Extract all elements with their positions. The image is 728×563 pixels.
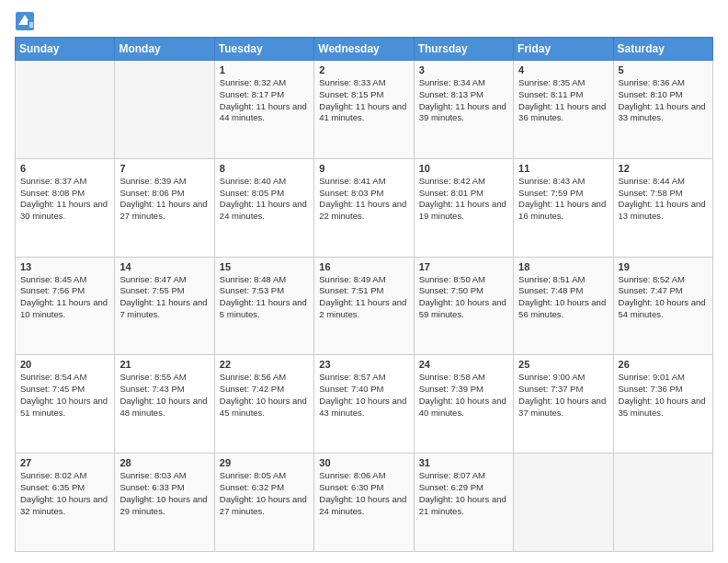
day-number: 9 [319,163,408,174]
weekday-header-friday: Friday [514,38,613,61]
calendar-cell: 5Sunrise: 8:36 AM Sunset: 8:10 PM Daylig… [613,61,712,159]
day-number: 31 [419,457,508,468]
calendar-cell: 16Sunrise: 8:49 AM Sunset: 7:51 PM Dayli… [314,257,414,355]
day-number: 23 [319,359,408,370]
day-number: 16 [319,261,408,272]
calendar-cell: 29Sunrise: 8:05 AM Sunset: 6:32 PM Dayli… [214,454,313,552]
day-number: 4 [518,64,608,75]
day-number: 11 [518,163,608,174]
day-number: 6 [20,163,109,174]
day-info: Sunrise: 8:58 AM Sunset: 7:39 PM Dayligh… [419,372,508,419]
day-number: 2 [319,64,408,75]
day-number: 13 [20,261,109,272]
day-info: Sunrise: 8:35 AM Sunset: 8:11 PM Dayligh… [518,77,608,124]
day-number: 10 [419,163,508,174]
day-info: Sunrise: 8:36 AM Sunset: 8:10 PM Dayligh… [619,77,708,124]
weekday-header-monday: Monday [115,38,214,61]
calendar-cell [613,454,712,552]
day-number: 29 [220,457,309,468]
day-info: Sunrise: 8:49 AM Sunset: 7:51 PM Dayligh… [319,274,408,321]
calendar-cell: 26Sunrise: 9:01 AM Sunset: 7:36 PM Dayli… [613,355,712,454]
page: SundayMondayTuesdayWednesdayThursdayFrid… [0,0,728,563]
day-number: 5 [619,64,708,75]
day-info: Sunrise: 8:41 AM Sunset: 8:03 PM Dayligh… [319,176,408,223]
calendar-table: SundayMondayTuesdayWednesdayThursdayFrid… [15,37,713,552]
calendar-cell: 21Sunrise: 8:55 AM Sunset: 7:43 PM Dayli… [115,355,214,454]
day-number: 12 [619,163,708,174]
day-number: 3 [419,64,508,75]
day-info: Sunrise: 8:02 AM Sunset: 6:35 PM Dayligh… [20,470,109,517]
day-number: 19 [619,261,708,272]
day-number: 24 [419,359,508,370]
calendar-cell: 17Sunrise: 8:50 AM Sunset: 7:50 PM Dayli… [414,257,513,355]
logo-icon [15,11,35,31]
day-info: Sunrise: 8:05 AM Sunset: 6:32 PM Dayligh… [220,470,309,517]
calendar-cell: 19Sunrise: 8:52 AM Sunset: 7:47 PM Dayli… [613,257,712,355]
calendar-cell: 30Sunrise: 8:06 AM Sunset: 6:30 PM Dayli… [314,454,414,552]
day-info: Sunrise: 8:44 AM Sunset: 7:58 PM Dayligh… [619,176,708,223]
day-number: 27 [20,457,109,468]
weekday-header-saturday: Saturday [613,38,712,61]
week-row-1: 1Sunrise: 8:32 AM Sunset: 8:17 PM Daylig… [16,61,713,159]
calendar-cell: 11Sunrise: 8:43 AM Sunset: 7:59 PM Dayli… [514,158,613,257]
calendar-cell: 20Sunrise: 8:54 AM Sunset: 7:45 PM Dayli… [16,355,115,454]
calendar-cell: 6Sunrise: 8:37 AM Sunset: 8:08 PM Daylig… [16,158,115,257]
day-number: 14 [119,261,209,272]
day-info: Sunrise: 8:34 AM Sunset: 8:13 PM Dayligh… [419,77,508,124]
calendar-cell: 8Sunrise: 8:40 AM Sunset: 8:05 PM Daylig… [214,158,313,257]
calendar-cell: 2Sunrise: 8:33 AM Sunset: 8:15 PM Daylig… [314,61,414,159]
calendar-cell [16,61,115,159]
calendar-header: SundayMondayTuesdayWednesdayThursdayFrid… [16,38,713,61]
weekday-row: SundayMondayTuesdayWednesdayThursdayFrid… [16,38,713,61]
calendar-cell: 24Sunrise: 8:58 AM Sunset: 7:39 PM Dayli… [414,355,513,454]
day-info: Sunrise: 8:37 AM Sunset: 8:08 PM Dayligh… [20,176,109,223]
calendar-cell: 18Sunrise: 8:51 AM Sunset: 7:48 PM Dayli… [514,257,613,355]
day-info: Sunrise: 8:47 AM Sunset: 7:55 PM Dayligh… [119,274,209,321]
calendar-cell: 31Sunrise: 8:07 AM Sunset: 6:29 PM Dayli… [414,454,513,552]
calendar-cell: 25Sunrise: 9:00 AM Sunset: 7:37 PM Dayli… [514,355,613,454]
calendar-cell: 22Sunrise: 8:56 AM Sunset: 7:42 PM Dayli… [214,355,313,454]
day-info: Sunrise: 8:50 AM Sunset: 7:50 PM Dayligh… [419,274,508,321]
logo [15,11,39,31]
day-info: Sunrise: 8:56 AM Sunset: 7:42 PM Dayligh… [220,372,309,419]
day-info: Sunrise: 8:55 AM Sunset: 7:43 PM Dayligh… [119,372,209,419]
week-row-2: 6Sunrise: 8:37 AM Sunset: 8:08 PM Daylig… [16,158,713,257]
weekday-header-thursday: Thursday [414,38,513,61]
day-info: Sunrise: 8:54 AM Sunset: 7:45 PM Dayligh… [20,372,109,419]
day-number: 21 [119,359,209,370]
calendar-cell: 23Sunrise: 8:57 AM Sunset: 7:40 PM Dayli… [314,355,414,454]
weekday-header-wednesday: Wednesday [314,38,414,61]
day-number: 25 [518,359,608,370]
calendar-cell [514,454,613,552]
day-number: 7 [119,163,209,174]
week-row-4: 20Sunrise: 8:54 AM Sunset: 7:45 PM Dayli… [16,355,713,454]
header [15,11,713,31]
day-number: 18 [518,261,608,272]
calendar-cell: 1Sunrise: 8:32 AM Sunset: 8:17 PM Daylig… [214,61,313,159]
calendar-cell: 28Sunrise: 8:03 AM Sunset: 6:33 PM Dayli… [115,454,214,552]
day-number: 8 [220,163,309,174]
day-number: 15 [220,261,309,272]
day-number: 20 [20,359,109,370]
day-info: Sunrise: 8:07 AM Sunset: 6:29 PM Dayligh… [419,470,508,517]
calendar-cell: 15Sunrise: 8:48 AM Sunset: 7:53 PM Dayli… [214,257,313,355]
calendar-cell: 10Sunrise: 8:42 AM Sunset: 8:01 PM Dayli… [414,158,513,257]
calendar-cell: 13Sunrise: 8:45 AM Sunset: 7:56 PM Dayli… [16,257,115,355]
day-info: Sunrise: 8:32 AM Sunset: 8:17 PM Dayligh… [220,77,309,124]
calendar-cell: 3Sunrise: 8:34 AM Sunset: 8:13 PM Daylig… [414,61,513,159]
day-number: 22 [220,359,309,370]
day-info: Sunrise: 8:06 AM Sunset: 6:30 PM Dayligh… [319,470,408,517]
day-info: Sunrise: 8:43 AM Sunset: 7:59 PM Dayligh… [518,176,608,223]
day-info: Sunrise: 8:52 AM Sunset: 7:47 PM Dayligh… [619,274,708,321]
calendar-cell: 7Sunrise: 8:39 AM Sunset: 8:06 PM Daylig… [115,158,214,257]
calendar-cell: 12Sunrise: 8:44 AM Sunset: 7:58 PM Dayli… [613,158,712,257]
day-info: Sunrise: 8:48 AM Sunset: 7:53 PM Dayligh… [220,274,309,321]
day-number: 28 [119,457,209,468]
day-info: Sunrise: 8:33 AM Sunset: 8:15 PM Dayligh… [319,77,408,124]
calendar-cell [115,61,214,159]
day-number: 26 [619,359,708,370]
calendar-body: 1Sunrise: 8:32 AM Sunset: 8:17 PM Daylig… [16,61,713,552]
weekday-header-sunday: Sunday [16,38,115,61]
day-info: Sunrise: 8:57 AM Sunset: 7:40 PM Dayligh… [319,372,408,419]
svg-marker-3 [29,22,33,28]
